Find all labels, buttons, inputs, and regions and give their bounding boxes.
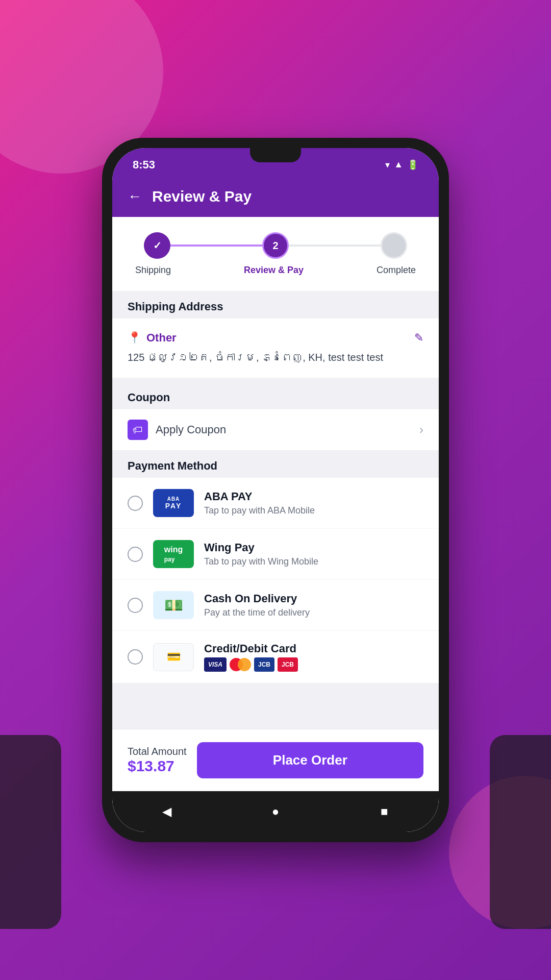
step-label-1: Shipping: [135, 265, 171, 276]
cod-logo: 💵: [153, 591, 194, 619]
side-phone-right: [490, 735, 551, 929]
address-type: Other: [146, 331, 177, 345]
coupon-chevron-icon: ›: [419, 423, 423, 437]
payment-item-cod[interactable]: 💵 Cash On Delivery Pay at the time of de…: [112, 580, 439, 631]
payment-section-header: Payment Method: [112, 450, 439, 478]
cod-name: Cash On Delivery: [204, 592, 423, 605]
card-info: Credit/Debit Card VISA JCB JCB: [204, 642, 423, 672]
battery-icon: 🔋: [407, 159, 418, 170]
payment-item-aba[interactable]: ABA PAY ABA PAY Tap to pay with ABA Mobi…: [112, 478, 439, 529]
visa-badge: VISA: [204, 657, 227, 672]
nav-back-button[interactable]: ◀: [154, 799, 180, 824]
aba-info: ABA PAY Tap to pay with ABA Mobile: [204, 490, 423, 516]
step-line-2: [289, 244, 381, 247]
total-section: Total Amount $13.87: [128, 746, 187, 775]
progress-section: ✓ 2 Shipping Review & Pay Complete: [112, 217, 439, 291]
wifi-icon: ▾: [385, 159, 390, 170]
wing-desc: Tab to pay with Wing Mobile: [204, 556, 423, 567]
address-header: 📍 Other ✎: [128, 331, 423, 345]
wing-name: Wing Pay: [204, 541, 423, 554]
step-2-circle: 2: [262, 232, 289, 259]
step-1-circle: ✓: [144, 232, 170, 259]
notch: [250, 148, 301, 162]
total-amount: $13.87: [128, 757, 187, 775]
location-icon: 📍: [128, 331, 141, 345]
card-logo: 💳: [153, 643, 194, 671]
radio-wing[interactable]: [128, 547, 143, 562]
side-phone-left: [0, 735, 61, 929]
status-icons: ▾ ▲ 🔋: [385, 159, 418, 170]
nav-recents-button[interactable]: ■: [371, 799, 397, 824]
progress-bar: ✓ 2: [133, 232, 418, 259]
aba-logo: ABA PAY: [153, 489, 194, 517]
page-title: Review & Pay: [152, 188, 252, 205]
radio-cod[interactable]: [128, 598, 143, 613]
step-labels: Shipping Review & Pay Complete: [133, 265, 418, 276]
payment-methods-list: ABA PAY ABA PAY Tap to pay with ABA Mobi…: [112, 478, 439, 683]
back-button[interactable]: ←: [128, 188, 142, 205]
payment-item-card[interactable]: 💳 Credit/Debit Card VISA JCB JCB: [112, 631, 439, 683]
card-logos-row: VISA JCB JCB: [204, 657, 423, 672]
address-label: 📍 Other: [128, 331, 177, 345]
wing-logo: wingpay: [153, 540, 194, 568]
coupon-card[interactable]: 🏷 Apply Coupon ›: [112, 409, 439, 450]
wing-info: Wing Pay Tab to pay with Wing Mobile: [204, 541, 423, 567]
footer: Total Amount $13.87 Place Order: [112, 729, 439, 791]
total-label: Total Amount: [128, 746, 187, 757]
step-line-1: [170, 244, 262, 247]
coupon-icon: 🏷: [128, 420, 148, 440]
status-time: 8:53: [133, 158, 155, 172]
coupon-left: 🏷 Apply Coupon: [128, 420, 226, 440]
payment-item-wing[interactable]: wingpay Wing Pay Tab to pay with Wing Mo…: [112, 529, 439, 580]
aba-desc: Tap to pay with ABA Mobile: [204, 505, 423, 516]
header: ← Review & Pay: [112, 176, 439, 217]
coupon-section-header: Coupon: [112, 382, 439, 409]
card-name: Credit/Debit Card: [204, 642, 423, 655]
mastercard-badge: [230, 658, 251, 671]
main-content: ✓ 2 Shipping Review & Pay Complete Shipp…: [112, 217, 439, 729]
apply-coupon-label: Apply Coupon: [156, 423, 226, 436]
signal-icon: ▲: [394, 159, 403, 170]
aba-name: ABA PAY: [204, 490, 423, 503]
screen: 8:53 ▾ ▲ 🔋 ← Review & Pay ✓ 2: [112, 148, 439, 832]
address-card: 📍 Other ✎ 125 ផ្លូវ១២ត, ចំការម, ភ្នំពេញ,…: [112, 318, 439, 378]
nav-home-button[interactable]: ●: [263, 799, 288, 824]
jcb-badge: JCB: [254, 657, 274, 672]
place-order-button[interactable]: Place Order: [197, 742, 423, 778]
jcb2-badge: JCB: [278, 657, 298, 672]
phone-shell: 8:53 ▾ ▲ 🔋 ← Review & Pay ✓ 2: [102, 138, 449, 842]
cod-desc: Pay at the time of delivery: [204, 607, 423, 618]
address-text: 125 ផ្លូវ១២ត, ចំការម, ភ្នំពេញ, KH, test …: [128, 350, 423, 365]
step-3-circle: [381, 232, 407, 259]
step-label-2: Review & Pay: [244, 265, 304, 276]
edit-address-icon[interactable]: ✎: [414, 331, 423, 345]
shipping-section-header: Shipping Address: [112, 291, 439, 318]
radio-card[interactable]: [128, 649, 143, 665]
radio-aba[interactable]: [128, 496, 143, 511]
step-label-3: Complete: [377, 265, 416, 276]
cod-info: Cash On Delivery Pay at the time of deli…: [204, 592, 423, 618]
nav-bar: ◀ ● ■: [112, 791, 439, 832]
